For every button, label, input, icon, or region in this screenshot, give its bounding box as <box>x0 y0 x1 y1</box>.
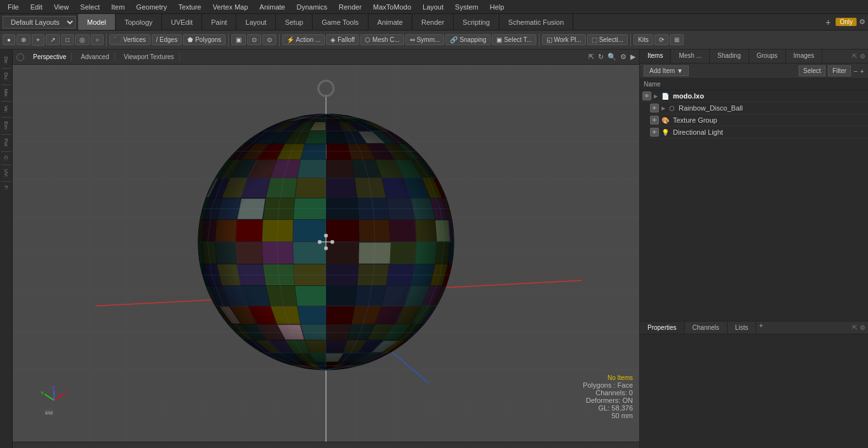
add-tab-button[interactable]: + <box>759 322 763 334</box>
add-layout-button[interactable]: + <box>823 17 833 27</box>
tab-groups[interactable]: Groups <box>749 50 786 63</box>
tab-render[interactable]: Render <box>412 14 454 30</box>
mode-polygons[interactable]: ⬟ Polygons <box>183 34 226 45</box>
left-tool-uv[interactable]: UV: <box>3 167 9 179</box>
tab-topology[interactable]: Topology <box>116 14 162 30</box>
visibility-toggle-light[interactable]: 👁 <box>650 128 659 137</box>
tool-box[interactable]: □ <box>61 34 74 45</box>
mode-vertices[interactable]: ⬛ Vertices <box>109 34 150 45</box>
kits-dropdown[interactable]: Kits <box>634 34 653 45</box>
tab-items[interactable]: Items <box>640 50 671 63</box>
list-item-disco-ball[interactable]: 👁 ▶ ⬡ Rainbow_Disco_Ball <box>648 102 868 114</box>
panel-expand-icon[interactable]: ⇱ <box>852 53 857 60</box>
tab-lists[interactable]: Lists <box>728 322 757 334</box>
settings-icon[interactable]: ⚙ <box>859 18 865 26</box>
menu-animate[interactable]: Animate <box>254 2 290 12</box>
viewport-zoom-icon[interactable]: 🔍 <box>607 53 616 61</box>
left-tool-pol[interactable]: Pol: <box>3 137 9 149</box>
left-tool-de[interactable]: De: <box>3 55 9 66</box>
symmetry-dropdown[interactable]: ⇔ Symm... <box>405 34 444 45</box>
plus-icon[interactable]: + <box>860 67 864 75</box>
prop-settings-icon[interactable]: ⚙ <box>860 324 865 331</box>
menu-vertex-map[interactable]: Vertex Map <box>208 2 254 12</box>
falloff-dropdown[interactable]: ◈ Falloff <box>326 34 359 45</box>
prop-expand-icon[interactable]: ⇱ <box>852 324 857 331</box>
tool-select-mode[interactable]: ▣ <box>231 34 246 45</box>
tool-eye[interactable]: ⊙ <box>247 34 261 45</box>
viewport-toggle[interactable] <box>17 53 24 61</box>
list-item-texture-group[interactable]: 👁 🎨 Texture Group <box>648 114 868 126</box>
tab-layout[interactable]: Layout <box>236 14 276 30</box>
workplane-dropdown[interactable]: ◱ Work Pl... <box>542 34 586 45</box>
mode-edges[interactable]: / Edges <box>152 34 182 45</box>
left-tool-c[interactable]: C: <box>3 154 9 163</box>
panel-settings-icon[interactable]: ⚙ <box>860 53 865 60</box>
left-tool-du[interactable]: Du: <box>3 71 9 82</box>
list-item-light[interactable]: 👁 💡 Directional Light <box>648 126 868 139</box>
viewport-expand-icon[interactable]: ▶ <box>630 53 635 61</box>
menu-system[interactable]: System <box>450 2 484 12</box>
selection-dropdown[interactable]: ⬚ Selecti... <box>587 34 628 45</box>
tool-dot[interactable]: ● <box>3 34 15 45</box>
tab-schematic-fusion[interactable]: Schematic Fusion <box>499 14 573 30</box>
refresh-btn[interactable]: ⟳ <box>654 34 668 45</box>
viewport-perspective[interactable]: Perspective <box>28 53 72 61</box>
visibility-toggle-texture[interactable]: 👁 <box>650 116 659 125</box>
grid-btn[interactable]: ⊞ <box>670 34 684 45</box>
tool-ring[interactable]: ○ <box>91 34 104 45</box>
tab-shading[interactable]: Shading <box>710 50 749 63</box>
action-dropdown[interactable]: ⚡ Action ... <box>282 34 325 45</box>
mesh-dropdown[interactable]: ⬡ Mesh C... <box>360 34 404 45</box>
minus-icon[interactable]: − <box>853 67 857 75</box>
tab-uvedit[interactable]: UVEdit <box>162 14 202 30</box>
3d-viewport[interactable]: No Items Polygons : Face Channels: 0 Def… <box>13 65 639 442</box>
left-tool-f[interactable]: F: <box>3 184 9 192</box>
menu-help[interactable]: Help <box>485 2 510 12</box>
viewport-rotate-icon[interactable]: ↻ <box>598 53 604 61</box>
menu-render[interactable]: Render <box>334 2 367 12</box>
tab-animate[interactable]: Animate <box>369 14 412 30</box>
tab-scripting[interactable]: Scripting <box>454 14 499 30</box>
default-layouts-dropdown[interactable]: Default Layouts <box>3 16 76 29</box>
expand-arrow-disco[interactable]: ▶ <box>661 105 665 111</box>
visibility-toggle-disco[interactable]: 👁 <box>650 104 659 112</box>
expand-arrow-scene[interactable]: ▶ <box>654 93 658 99</box>
add-item-button[interactable]: Add Item ▼ <box>644 65 689 76</box>
tab-model[interactable]: Model <box>78 14 116 30</box>
viewport-advanced[interactable]: Advanced <box>76 53 114 61</box>
left-tool-ve[interactable]: Ve: <box>3 104 9 115</box>
visibility-toggle-scene[interactable]: 👁 <box>642 92 651 100</box>
disco-canvas[interactable] <box>13 65 639 442</box>
viewport-textures[interactable]: Viewport Textures <box>119 53 180 61</box>
tab-properties[interactable]: Properties <box>640 322 685 334</box>
filter-button[interactable]: Filter <box>828 65 851 76</box>
viewport-settings-icon[interactable]: ⚙ <box>620 53 627 61</box>
tab-channels[interactable]: Channels <box>685 322 728 334</box>
left-tool-em[interactable]: Em: <box>3 119 9 132</box>
select-button[interactable]: Select <box>799 65 825 76</box>
star-badge[interactable]: Only <box>836 18 857 26</box>
tool-eye2[interactable]: ⊙ <box>262 34 276 45</box>
tool-circle[interactable]: ◎ <box>75 34 90 45</box>
tab-paint[interactable]: Paint <box>202 14 236 30</box>
tab-mesh[interactable]: Mesh ... <box>671 50 710 63</box>
select-tool-dropdown[interactable]: ▣ Select T... <box>492 34 536 45</box>
menu-file[interactable]: File <box>3 2 24 12</box>
left-tool-me[interactable]: Me: <box>3 87 9 99</box>
tab-game-tools[interactable]: Game Tools <box>313 14 369 30</box>
viewport-maximize-icon[interactable]: ⇱ <box>588 53 594 61</box>
menu-item[interactable]: Item <box>106 2 130 12</box>
menu-geometry[interactable]: Geometry <box>131 2 172 12</box>
tab-setup[interactable]: Setup <box>276 14 313 30</box>
menu-layout[interactable]: Layout <box>417 2 449 12</box>
tab-images[interactable]: Images <box>786 50 823 63</box>
menu-edit[interactable]: Edit <box>25 2 48 12</box>
tool-grid[interactable]: ⊕ <box>17 34 31 45</box>
snapping-dropdown[interactable]: 🔗 Snapping <box>445 34 491 45</box>
menu-texture[interactable]: Texture <box>173 2 207 12</box>
list-item-scene[interactable]: 👁 ▶ 📄 modo.lxo <box>640 90 868 102</box>
menu-dynamics[interactable]: Dynamics <box>292 2 332 12</box>
menu-select[interactable]: Select <box>75 2 105 12</box>
tool-snap[interactable]: ⌖ <box>32 34 44 46</box>
menu-view[interactable]: View <box>49 2 74 12</box>
